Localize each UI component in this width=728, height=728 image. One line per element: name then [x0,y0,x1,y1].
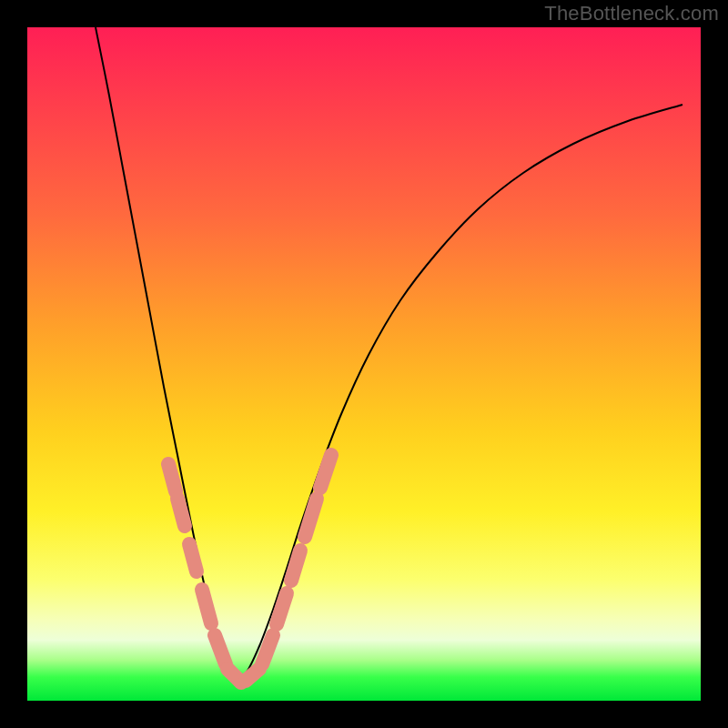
chart-frame: TheBottleneck.com [0,0,728,728]
marker-segment [277,593,287,624]
marker-segment [320,455,331,488]
bottleneck-curve [96,27,682,682]
marker-group [168,455,331,682]
marker-segment [202,590,211,623]
marker-segment [189,544,197,571]
marker-segment [291,551,300,581]
watermark-text: TheBottleneck.com [544,2,719,25]
marker-segment [168,464,176,491]
marker-segment [177,499,185,526]
marker-segment [246,669,259,681]
marker-segment [262,635,273,664]
curve-layer [27,27,701,701]
marker-segment [215,635,226,664]
plot-area [27,27,701,701]
